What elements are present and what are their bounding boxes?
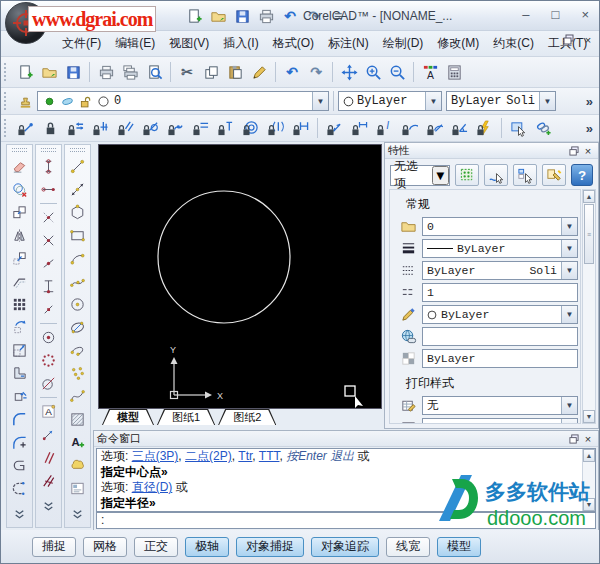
cut-button[interactable]: ✂ (175, 60, 199, 84)
select-matching-button[interactable] (484, 164, 508, 186)
command-option-link[interactable]: Ttr (238, 449, 252, 463)
select-constraints-button[interactable] (506, 116, 531, 140)
zoom-in-button[interactable] (361, 60, 385, 84)
command-option-link[interactable]: 二点(2P) (185, 449, 232, 463)
slot-button[interactable] (8, 454, 31, 477)
menu-item-format[interactable]: 格式(O) (266, 31, 321, 56)
save-button[interactable] (232, 6, 252, 26)
selection-filter-dropdown[interactable]: 无选项 ▼ (390, 165, 450, 186)
menu-item-insert[interactable]: 插入(I) (216, 31, 265, 56)
model-canvas[interactable]: Y X (98, 144, 382, 409)
status-toggle-lineweight[interactable]: 线宽 (386, 537, 430, 557)
offset-button[interactable] (8, 270, 31, 293)
menu-item-constrain[interactable]: 约束(C) (486, 31, 541, 56)
palette-grip[interactable] (41, 148, 56, 152)
note-button[interactable] (66, 477, 89, 500)
new-file-button[interactable] (184, 6, 204, 26)
toolbar-grip[interactable] (4, 63, 9, 81)
menu-item-view[interactable]: 视图(V) (162, 31, 216, 56)
snap-tangent-button[interactable] (37, 372, 60, 395)
field-dropdown-icon[interactable]: ▼ (561, 306, 577, 323)
close-window-icon[interactable]: × (581, 7, 589, 22)
layer-manager-button[interactable] (13, 89, 37, 113)
dim-aligned-lock-button[interactable]: I (372, 116, 397, 140)
arc-button[interactable] (66, 247, 89, 270)
text-button[interactable]: A (66, 431, 89, 454)
color-combo-arrow-icon[interactable]: ▼ (425, 92, 441, 110)
parallel-lines-button[interactable] (37, 446, 60, 469)
color-combo[interactable]: ByLayer ▼ (338, 91, 442, 111)
point-button[interactable] (66, 362, 89, 385)
constraint-vertical-button[interactable] (213, 116, 238, 140)
print-copies-button[interactable] (118, 60, 142, 84)
undo-button[interactable]: ↶ (280, 60, 304, 84)
constraint-chain-button[interactable] (531, 116, 556, 140)
constraint-perpendicular-button[interactable] (88, 116, 113, 140)
property-field[interactable]: ByLayer (422, 349, 578, 368)
toolbar-overflow-icon[interactable]: » (586, 94, 593, 109)
property-field[interactable] (422, 327, 578, 346)
restore-document-icon[interactable] (561, 33, 575, 46)
constraint-midpoint-button[interactable] (263, 116, 288, 140)
chevron-expand-button[interactable] (66, 502, 89, 525)
close-document-icon[interactable]: × (581, 33, 595, 46)
ellipse-button[interactable] (66, 316, 89, 339)
print-button[interactable] (94, 60, 118, 84)
toolbar-overflow-icon[interactable]: » (586, 121, 593, 136)
match-properties-button[interactable] (542, 164, 566, 186)
constraint-coincident-button[interactable] (13, 116, 38, 140)
constraint-fix-button[interactable] (38, 116, 63, 140)
print-button[interactable] (256, 6, 276, 26)
tab-model[interactable]: 模型 (102, 409, 154, 425)
snap-vertical-button[interactable] (37, 155, 60, 178)
status-toggle-etrack[interactable]: 对象追踪 (311, 537, 379, 557)
scale-button[interactable] (8, 339, 31, 362)
spline-button[interactable] (66, 385, 89, 408)
snap-intersection-button[interactable] (37, 206, 60, 229)
snap-node-button[interactable] (37, 349, 60, 372)
save-button[interactable] (61, 60, 85, 84)
redo-button[interactable]: ↷ (304, 60, 328, 84)
dim-angle-lock-button[interactable] (447, 116, 472, 140)
snap-nearest-button[interactable] (37, 252, 60, 275)
calculator-button[interactable] (442, 60, 466, 84)
field-dropdown-icon[interactable]: ▼ (561, 240, 577, 257)
status-toggle-polar[interactable]: 极轴 (185, 537, 229, 557)
rectangle-button[interactable] (66, 224, 89, 247)
constraint-equal-button[interactable] (188, 116, 213, 140)
chevron-expand-button[interactable] (37, 494, 60, 517)
dim-diameter-lock-button[interactable] (422, 116, 447, 140)
property-field[interactable]: ByLayerSoli▼ (422, 261, 578, 280)
toolbar-grip[interactable] (4, 119, 9, 137)
cmd-scroll-up-icon[interactable]: ▲ (583, 449, 595, 462)
ellipse-arc-button[interactable] (66, 339, 89, 362)
constraint-concentric-button[interactable] (238, 116, 263, 140)
minimize-window-icon[interactable]: – (522, 7, 529, 22)
erase-button[interactable] (8, 155, 31, 178)
snap-horizontal-button[interactable] (37, 178, 60, 201)
property-field[interactable]: ByLayer▼ (422, 305, 578, 324)
field-dropdown-icon[interactable]: ▼ (561, 397, 577, 414)
paste-button[interactable] (223, 60, 247, 84)
chevron-expand-button[interactable] (8, 502, 31, 525)
open-file-button[interactable] (208, 6, 228, 26)
menu-item-modify[interactable]: 修改(M) (430, 31, 486, 56)
palette-grip[interactable] (70, 148, 85, 152)
move-button[interactable] (8, 247, 31, 270)
copy-entity-button[interactable] (8, 201, 31, 224)
float-panel-icon[interactable] (567, 144, 581, 157)
mirror-button[interactable] (8, 224, 31, 247)
menu-item-dimension[interactable]: 标注(N) (321, 31, 376, 56)
status-toggle-ortho[interactable]: 正交 (134, 537, 178, 557)
open-file-button[interactable] (37, 60, 61, 84)
zoom-out-button[interactable] (385, 60, 409, 84)
dim-radius-lock-button[interactable] (397, 116, 422, 140)
status-toggle-model[interactable]: 模型 (437, 537, 481, 557)
maximize-window-icon[interactable]: □ (552, 7, 560, 22)
corner-trim-button[interactable] (8, 362, 31, 385)
perpendicular-lines-button[interactable] (37, 469, 60, 492)
dim-linear-lock-button[interactable] (322, 116, 347, 140)
arc-3point-button[interactable] (66, 270, 89, 293)
circle-button[interactable] (66, 293, 89, 316)
tab-sheet2[interactable]: 图纸2 (218, 409, 276, 425)
